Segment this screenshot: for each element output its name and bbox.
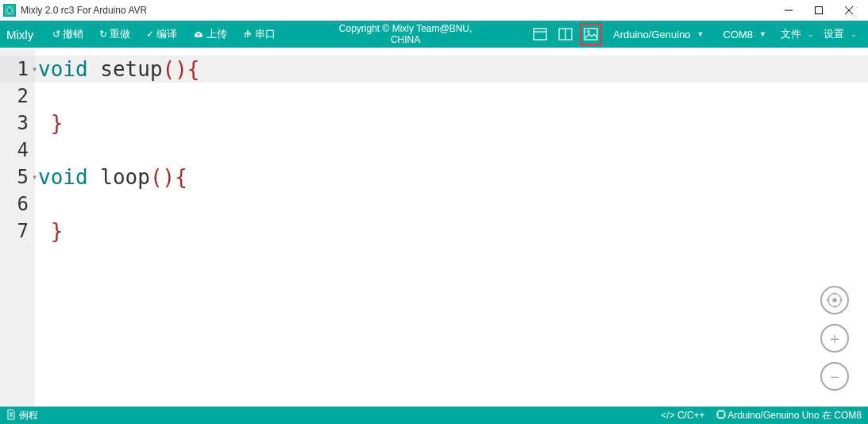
svg-rect-10: [584, 29, 597, 40]
app-icon: [3, 4, 16, 17]
main-toolbar: Mixly ↺ 撤销 ↻ 重做 ✓ 编译 上传 串口 Copyright © M…: [0, 21, 868, 48]
status-lang[interactable]: </> C/C++: [661, 410, 704, 421]
code-line: }: [35, 110, 868, 137]
status-left: 例程: [6, 409, 661, 422]
copyright-text: Copyright © Mixly Team@BNU, CHINA: [284, 23, 527, 45]
document-icon: [6, 409, 16, 422]
line-number: 3: [0, 110, 35, 137]
redo-icon: ↻: [99, 29, 107, 40]
line-gutter: 1 2 3 4 5 6 7: [0, 48, 35, 407]
settings-menu[interactable]: 设置 ⌄: [819, 21, 862, 48]
fold-icon[interactable]: ▾: [32, 56, 37, 83]
chevron-down-icon: ▼: [697, 30, 704, 38]
upload-button[interactable]: 上传: [185, 21, 235, 48]
svg-rect-6: [534, 29, 546, 40]
code-line: ▾void setup(){: [35, 56, 868, 83]
line-number: 2: [0, 83, 35, 110]
svg-rect-21: [718, 411, 724, 418]
center-button[interactable]: [820, 286, 849, 314]
line-number: 4: [0, 137, 35, 164]
port-label: COM8: [723, 29, 754, 40]
copyright-line1: Copyright © Mixly Team@BNU,: [284, 23, 527, 34]
file-menu[interactable]: 文件 ⌄: [776, 21, 819, 48]
zoom-controls: ＋ －: [820, 286, 849, 391]
redo-label: 重做: [110, 27, 130, 41]
svg-point-12: [832, 298, 837, 303]
title-bar: Mixly 2.0 rc3 For Arduino AVR: [0, 0, 868, 21]
copyright-line2: CHINA: [284, 34, 527, 45]
mixly-logo: Mixly: [6, 28, 33, 41]
serial-button[interactable]: 串口: [235, 21, 284, 48]
window-controls: [781, 2, 865, 18]
layout-view2-button[interactable]: [554, 23, 577, 45]
undo-label: 撤销: [63, 27, 83, 41]
status-right: </> C/C++ Arduino/Genuino Uno 在 COM8: [661, 409, 862, 422]
upload-label: 上传: [206, 27, 227, 41]
code-area[interactable]: ▾void setup(){ } ▾void loop(){ }: [35, 48, 868, 407]
line-number: 7: [0, 218, 35, 245]
settings-label: 设置: [824, 27, 844, 41]
svg-point-11: [588, 31, 590, 33]
status-board[interactable]: Arduino/Genuino Uno 在 COM8: [716, 409, 862, 422]
code-line: [35, 83, 868, 110]
code-line: }: [35, 218, 868, 245]
file-label: 文件: [781, 27, 801, 41]
svg-rect-0: [6, 6, 14, 14]
code-line: [35, 137, 868, 164]
status-bar: 例程 </> C/C++ Arduino/Genuino Uno 在 COM8: [0, 407, 868, 424]
maximize-button[interactable]: [811, 2, 827, 18]
close-button[interactable]: [841, 2, 857, 18]
layout-view1-button[interactable]: [529, 23, 551, 45]
usb-icon: [243, 29, 253, 39]
example-label[interactable]: 例程: [19, 409, 38, 422]
board-dropdown[interactable]: Arduino/Genuino ▼: [604, 21, 714, 48]
chevron-down-icon: ▼: [759, 30, 766, 38]
board-label: Arduino/Genuino: [613, 29, 691, 40]
image-view-button[interactable]: [580, 23, 602, 45]
upload-icon: [193, 29, 204, 39]
line-number: 5: [0, 164, 35, 191]
line-number: 1: [0, 56, 35, 83]
window-title: Mixly 2.0 rc3 For Arduino AVR: [21, 5, 781, 16]
line-number: 6: [0, 191, 35, 218]
chevron-down-icon: ⌄: [808, 30, 814, 38]
compile-button[interactable]: ✓ 编译: [138, 21, 185, 48]
code-line: ▾void loop(){: [35, 164, 868, 191]
undo-icon: ↺: [52, 29, 60, 40]
chevron-down-icon: ⌄: [851, 30, 857, 38]
zoom-in-button[interactable]: ＋: [820, 324, 849, 353]
redo-button[interactable]: ↻ 重做: [91, 21, 138, 48]
serial-label: 串口: [255, 27, 276, 41]
compile-label: 编译: [156, 27, 177, 41]
fold-icon[interactable]: ▾: [32, 164, 37, 191]
port-dropdown[interactable]: COM8 ▼: [714, 21, 776, 48]
code-line: [35, 191, 868, 218]
zoom-out-button[interactable]: －: [820, 362, 849, 391]
svg-rect-2: [816, 6, 823, 13]
check-icon: ✓: [146, 29, 154, 40]
svg-point-5: [247, 30, 249, 32]
undo-button[interactable]: ↺ 撤销: [44, 21, 91, 48]
minimize-button[interactable]: [781, 2, 797, 18]
code-editor[interactable]: 1 2 3 4 5 6 7 ▾void setup(){ } ▾void loo…: [0, 48, 868, 407]
